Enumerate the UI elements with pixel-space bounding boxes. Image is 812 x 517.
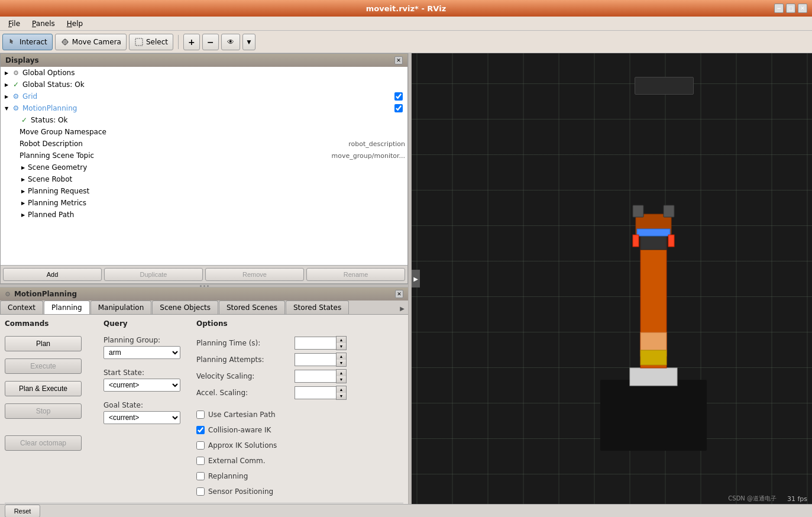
close-button[interactable]: ✕ bbox=[798, 4, 807, 13]
maximize-button[interactable]: □ bbox=[786, 4, 795, 13]
goal-state-select[interactable]: <current> bbox=[103, 411, 180, 424]
collision-aware-ik-label: Collision-aware IK bbox=[208, 426, 271, 434]
planning-time-down[interactable]: ▼ bbox=[337, 343, 346, 350]
titlebar-title: moveit.rviz* - RViz bbox=[366, 4, 446, 13]
select-button[interactable]: Select bbox=[129, 34, 173, 50]
cartesian-path-checkbox[interactable] bbox=[196, 411, 205, 419]
tree-item-planning-metrics[interactable]: ▶ Planning Metrics bbox=[1, 197, 407, 209]
duplicate-button[interactable]: Duplicate bbox=[104, 268, 203, 281]
replanning-label: Replanning bbox=[208, 472, 248, 480]
velocity-scaling-up[interactable]: ▲ bbox=[337, 370, 346, 376]
tree-item-global-status[interactable]: ▶ ✓ Global Status: Ok bbox=[1, 79, 407, 91]
tabs-more-arrow[interactable]: ▶ bbox=[396, 303, 408, 314]
motion-planning-close-button[interactable]: ✕ bbox=[395, 290, 403, 298]
start-state-field: Start State: <current> bbox=[103, 369, 189, 392]
tree-item-scene-geometry[interactable]: ▶ Scene Geometry bbox=[1, 161, 407, 173]
external-comm-label: External Comm. bbox=[208, 457, 266, 465]
menu-file[interactable]: File bbox=[2, 18, 26, 29]
motion-planning-title: MotionPlanning bbox=[14, 290, 77, 298]
clear-octomap-button[interactable]: Clear octomap bbox=[5, 435, 82, 451]
tree-item-status-ok[interactable]: ✓ Status: Ok bbox=[1, 114, 407, 126]
external-comm-checkbox[interactable] bbox=[196, 457, 205, 465]
toolbar-arrow-button[interactable]: ▼ bbox=[242, 34, 255, 50]
query-column: Query Planning Group: arm Start State: <… bbox=[103, 319, 189, 498]
robot-base-platform bbox=[600, 380, 707, 451]
planning-group-field: Planning Group: arm bbox=[103, 336, 189, 359]
tree-value-planning-scene-topic: move_group/monitor... bbox=[332, 152, 405, 160]
toolbar-plus-button[interactable]: + bbox=[183, 34, 200, 50]
tree-item-grid[interactable]: ▶ ⚙ Grid bbox=[1, 91, 407, 102]
velocity-scaling-down[interactable]: ▼ bbox=[337, 376, 346, 383]
sensor-positioning-checkbox[interactable] bbox=[196, 487, 205, 496]
menu-help[interactable]: Help bbox=[61, 18, 89, 29]
titlebar-buttons[interactable]: − □ ✕ bbox=[774, 4, 807, 13]
planning-group-select[interactable]: arm bbox=[103, 346, 180, 359]
accel-scaling-up[interactable]: ▲ bbox=[337, 386, 346, 393]
interact-button[interactable]: Interact bbox=[2, 34, 53, 50]
tabs-bar: Context Planning Manipulation Scene Obje… bbox=[0, 300, 408, 315]
reset-button[interactable]: Reset bbox=[5, 505, 40, 518]
menubar: File Panels Help bbox=[0, 17, 812, 31]
tab-manipulation[interactable]: Manipulation bbox=[90, 300, 152, 314]
tab-context[interactable]: Context bbox=[0, 300, 43, 314]
move-camera-button[interactable]: Move Camera bbox=[55, 34, 127, 50]
collision-aware-ik-row: Collision-aware IK bbox=[196, 426, 403, 434]
toolbar-eye-button[interactable]: 👁 bbox=[221, 34, 240, 50]
tree-arrow-motion-planning: ▼ bbox=[3, 105, 10, 112]
planning-attempts-input[interactable]: 10 bbox=[295, 353, 336, 366]
chevron-down-icon: ▼ bbox=[247, 39, 251, 45]
robot-joint-right-arm bbox=[668, 235, 674, 247]
motion-planning-panel: ⚙ MotionPlanning ✕ Context Planning Mani… bbox=[0, 287, 408, 504]
gear-icon-grid: ⚙ bbox=[11, 92, 21, 101]
accel-scaling-down[interactable]: ▼ bbox=[337, 393, 346, 399]
viewport-collapse-arrow[interactable]: ▶ bbox=[412, 270, 420, 287]
grid-checkbox[interactable] bbox=[394, 92, 403, 101]
tree-item-move-group-ns[interactable]: Move Group Namespace bbox=[1, 126, 407, 138]
execute-button[interactable]: Execute bbox=[5, 358, 82, 374]
displays-close-button[interactable]: ✕ bbox=[394, 56, 403, 64]
motion-planning-checkbox[interactable] bbox=[394, 104, 403, 112]
minimize-button[interactable]: − bbox=[774, 4, 784, 13]
robot-svg bbox=[565, 173, 742, 468]
tree-label-motion-planning: MotionPlanning bbox=[22, 104, 394, 112]
approx-ik-checkbox[interactable] bbox=[196, 441, 205, 450]
menu-panels[interactable]: Panels bbox=[26, 18, 61, 29]
tree-item-planning-scene-topic[interactable]: Planning Scene Topic move_group/monitor.… bbox=[1, 150, 407, 161]
tree-item-planned-path[interactable]: ▶ Planned Path bbox=[1, 209, 407, 221]
tab-stored-states[interactable]: Stored States bbox=[286, 300, 349, 314]
tree-item-robot-desc[interactable]: Robot Description robot_description bbox=[1, 138, 407, 150]
tree-item-global-options[interactable]: ▶ ⚙ Global Options bbox=[1, 67, 407, 79]
main-layout: Displays ✕ ▶ ⚙ Global Options ▶ ✓ Global… bbox=[0, 53, 812, 504]
replanning-checkbox[interactable] bbox=[196, 472, 205, 480]
viewport[interactable]: ▶ bbox=[412, 53, 812, 504]
tree-item-motion-planning[interactable]: ▼ ⚙ MotionPlanning bbox=[1, 102, 407, 114]
planning-time-input[interactable]: 5.0 bbox=[295, 337, 336, 350]
tab-scene-objects[interactable]: Scene Objects bbox=[152, 300, 218, 314]
planning-time-up[interactable]: ▲ bbox=[337, 337, 346, 343]
tab-planning[interactable]: Planning bbox=[44, 300, 90, 315]
tree-arrow-scene-robot: ▶ bbox=[20, 176, 27, 183]
planning-attempts-down[interactable]: ▼ bbox=[337, 360, 346, 366]
accel-scaling-input[interactable]: 1.00 bbox=[295, 386, 336, 399]
remove-button[interactable]: Remove bbox=[205, 268, 304, 281]
planning-time-label: Planning Time (s): bbox=[196, 339, 291, 347]
cartesian-path-row: Use Cartesian Path bbox=[196, 411, 403, 419]
tree-item-scene-robot[interactable]: ▶ Scene Robot bbox=[1, 173, 407, 185]
add-button[interactable]: Add bbox=[3, 268, 102, 281]
displays-buttons: Add Duplicate Remove Rename bbox=[1, 265, 407, 283]
statusbar: Reset bbox=[0, 504, 812, 517]
planning-attempts-up[interactable]: ▲ bbox=[337, 353, 346, 360]
stop-button[interactable]: Stop bbox=[5, 403, 82, 419]
rename-button[interactable]: Rename bbox=[306, 268, 405, 281]
plan-button[interactable]: Plan bbox=[5, 336, 82, 351]
tree-label-global-options: Global Options bbox=[22, 69, 405, 77]
tree-item-planning-request[interactable]: ▶ Planning Request bbox=[1, 185, 407, 197]
planning-layout: Commands Plan Execute Plan & Execute Sto… bbox=[5, 319, 403, 498]
toolbar-minus-button[interactable]: − bbox=[202, 34, 219, 50]
start-state-select[interactable]: <current> bbox=[103, 379, 180, 392]
accel-scaling-spinbox: 1.00 ▲ ▼ bbox=[295, 386, 348, 400]
collision-aware-ik-checkbox[interactable] bbox=[196, 426, 205, 434]
plan-execute-button[interactable]: Plan & Execute bbox=[5, 381, 82, 396]
tab-stored-scenes[interactable]: Stored Scenes bbox=[219, 300, 285, 314]
velocity-scaling-input[interactable]: 1.00 bbox=[295, 370, 336, 383]
